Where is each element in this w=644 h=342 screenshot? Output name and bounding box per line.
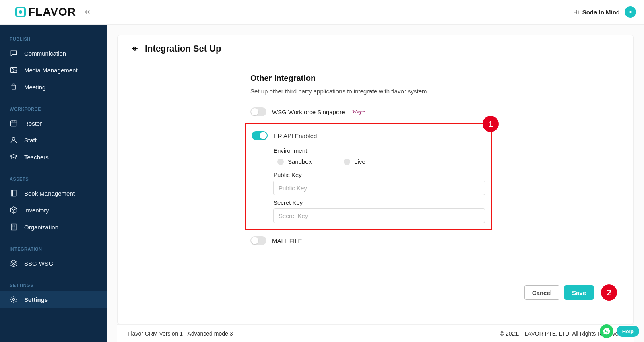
wsg-label: WSG Workforce Singapore	[272, 109, 345, 115]
sidebar-section-settings: SETTINGS	[0, 279, 107, 291]
sidebar-item-inventory[interactable]: Inventory	[0, 202, 107, 218]
wsg-toggle[interactable]	[250, 107, 266, 116]
wsg-toggle-row: WSG Workforce Singapore Wsg···	[250, 104, 492, 119]
svg-point-5	[12, 137, 15, 140]
brand-logo[interactable]: FLAVOR	[15, 6, 76, 19]
sidebar-item-label: Book Management	[24, 190, 75, 197]
svg-point-1	[629, 11, 631, 13]
sidebar-item-organization[interactable]: Organization	[0, 218, 107, 235]
cancel-button[interactable]: Cancel	[524, 285, 559, 300]
sidebar-item-book-management[interactable]: Book Management	[0, 185, 107, 202]
svg-rect-6	[11, 190, 16, 196]
public-key-input[interactable]	[273, 181, 485, 195]
radio-icon	[277, 159, 284, 165]
sidebar-item-label: Meeting	[24, 84, 45, 91]
wsg-badge: Wsg···	[352, 109, 365, 115]
mall-file-toggle[interactable]	[250, 236, 266, 245]
calendar-icon	[10, 119, 18, 127]
book-icon	[10, 189, 18, 197]
image-icon	[10, 66, 18, 74]
sidebar-section-assets: ASSETS	[0, 173, 107, 185]
help-button[interactable]: Help	[617, 326, 639, 337]
back-arrow-icon[interactable]	[131, 45, 139, 53]
sidebar-item-label: Communication	[24, 50, 66, 57]
svg-point-3	[12, 69, 13, 70]
sidebar-item-staff[interactable]: Staff	[0, 132, 107, 148]
sidebar-item-communication[interactable]: Communication	[0, 45, 107, 62]
gear-icon	[10, 295, 18, 303]
hr-api-toggle[interactable]	[252, 131, 268, 140]
floating-widgets: Help	[600, 324, 639, 338]
flavor-logo-icon	[15, 7, 26, 17]
svg-rect-7	[11, 224, 16, 230]
sidebar-item-meeting[interactable]: Meeting	[0, 78, 107, 95]
secret-key-label: Secret Key	[273, 199, 485, 206]
annotation-box-1: 1 HR API Enabled Environment Sandbox	[245, 123, 492, 230]
annotation-marker-1: 1	[483, 116, 499, 132]
annotation-marker-2: 2	[601, 284, 617, 301]
logo-area: FLAVOR	[15, 6, 91, 19]
svg-rect-2	[11, 67, 17, 72]
form-actions: Cancel Save 2	[134, 276, 617, 313]
app-header: FLAVOR Hi, Soda In Mind	[0, 0, 644, 25]
sidebar-item-teachers[interactable]: Teachers	[0, 148, 107, 165]
sidebar-section-workforce: WORKFORCE	[0, 103, 107, 115]
person-icon	[10, 136, 18, 144]
env-sandbox-option[interactable]: Sandbox	[277, 158, 312, 165]
hr-api-toggle-row: HR API Enabled	[246, 128, 485, 143]
settings-card: Integration Set Up Other Integration Set…	[117, 35, 634, 324]
section-description: Set up other third party applications to…	[250, 88, 492, 95]
sidebar-item-label: Roster	[24, 120, 42, 127]
main-sidebar: PUBLISH Communication Media Management M…	[0, 25, 107, 342]
sidebar-item-ssg-wsg[interactable]: SSG-WSG	[0, 255, 107, 272]
box-icon	[10, 206, 18, 214]
mall-file-toggle-row: MALL FILE	[250, 233, 492, 248]
user-avatar-icon[interactable]	[625, 6, 636, 18]
podium-icon	[10, 83, 18, 91]
public-key-label: Public Key	[273, 171, 485, 178]
mall-file-label: MALL FILE	[272, 237, 302, 244]
sidebar-item-label: Staff	[24, 137, 37, 144]
building-icon	[10, 223, 18, 231]
svg-point-8	[13, 299, 15, 301]
sidebar-item-label: SSG-WSG	[24, 260, 54, 267]
header-user-area: Hi, Soda In Mind	[573, 6, 636, 18]
main-content: Integration Set Up Other Integration Set…	[107, 25, 644, 342]
footer-version: Flavor CRM Version 1 - Advanced mode 3	[128, 330, 233, 337]
env-live-option[interactable]: Live	[344, 158, 365, 165]
graduation-cap-icon	[10, 153, 18, 161]
sidebar-item-label: Organization	[24, 224, 58, 231]
layers-icon	[10, 259, 18, 267]
sidebar-item-settings[interactable]: Settings	[0, 291, 107, 308]
greeting-text: Hi, Soda In Mind	[573, 9, 620, 16]
page-title: Integration Set Up	[145, 43, 221, 54]
app-footer: Flavor CRM Version 1 - Advanced mode 3 ©…	[117, 324, 634, 342]
secret-key-input[interactable]	[273, 208, 485, 223]
whatsapp-button[interactable]	[600, 324, 613, 338]
save-button[interactable]: Save	[564, 285, 594, 300]
sidebar-item-media-management[interactable]: Media Management	[0, 62, 107, 78]
sidebar-section-publish: PUBLISH	[0, 33, 107, 45]
sidebar-item-roster[interactable]: Roster	[0, 115, 107, 132]
hr-api-label: HR API Enabled	[273, 132, 317, 139]
environment-label: Environment	[273, 147, 485, 154]
chat-icon	[10, 49, 18, 57]
sidebar-item-label: Teachers	[24, 154, 49, 161]
sidebar-item-label: Settings	[24, 296, 48, 303]
sidebar-item-label: Media Management	[24, 67, 78, 74]
radio-icon	[344, 159, 350, 165]
svg-rect-4	[11, 121, 17, 126]
card-header: Integration Set Up	[118, 35, 633, 62]
section-heading: Other Integration	[250, 74, 492, 83]
brand-name: FLAVOR	[28, 6, 76, 19]
sidebar-collapse-button[interactable]	[83, 8, 91, 16]
sidebar-section-integration: INTEGRATION	[0, 243, 107, 255]
sidebar-item-label: Inventory	[24, 207, 49, 214]
